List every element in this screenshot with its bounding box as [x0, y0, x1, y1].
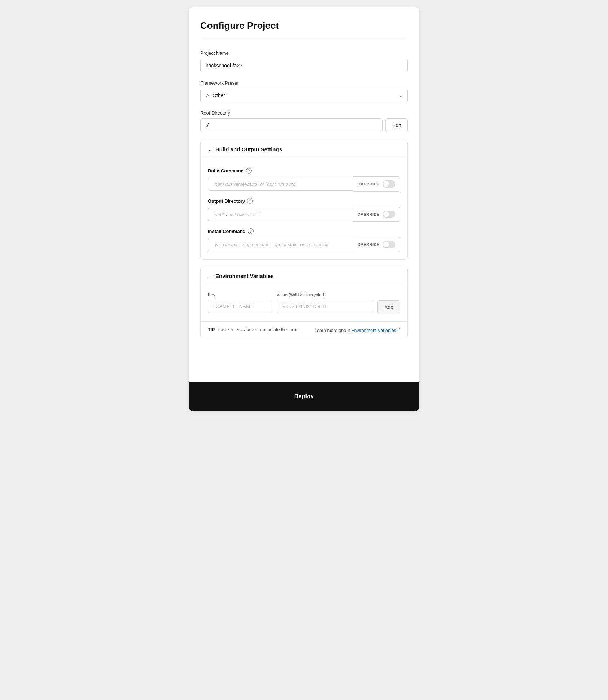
- install-command-toggle[interactable]: [383, 241, 395, 248]
- add-env-button[interactable]: Add: [377, 300, 400, 314]
- page-title: Configure Project: [200, 20, 408, 31]
- env-input-row: Key Value (Will Be Encrypted) Add: [208, 292, 400, 314]
- install-command-override-section: OVERRIDE: [353, 237, 400, 252]
- collapse-chevron-icon: ⌄: [208, 147, 212, 152]
- deploy-bar: Deploy: [189, 382, 419, 411]
- learn-more-text: Learn more about Environment Variables↗: [314, 327, 400, 333]
- root-directory-row: Edit: [200, 118, 408, 132]
- deploy-button[interactable]: Deploy: [200, 388, 408, 405]
- build-command-row: Build Command ? OVERRIDE: [208, 168, 400, 192]
- build-command-input[interactable]: [208, 178, 353, 191]
- tip-description: Paste a .env above to populate the form: [218, 327, 298, 332]
- chevron-down-icon: ⌄: [399, 93, 403, 98]
- output-directory-help-icon[interactable]: ?: [247, 198, 253, 204]
- install-command-label-row: Install Command ?: [208, 228, 400, 234]
- root-directory-input[interactable]: [200, 118, 383, 132]
- output-directory-toggle-knob: [383, 211, 389, 217]
- build-command-override-row: OVERRIDE: [208, 176, 400, 192]
- project-name-field: Project Name: [200, 50, 408, 72]
- edit-root-directory-button[interactable]: Edit: [385, 118, 408, 132]
- install-command-override-row: OVERRIDE: [208, 237, 400, 252]
- install-command-label: Install Command: [208, 229, 246, 234]
- learn-more-prefix: Learn more about: [314, 328, 351, 333]
- framework-preset-field: Framework Preset △ Other ⌄: [200, 80, 408, 102]
- build-command-label: Build Command: [208, 168, 244, 174]
- install-command-help-icon[interactable]: ?: [248, 228, 254, 234]
- env-value-input[interactable]: [277, 300, 373, 313]
- output-directory-row: Output Directory ? OVERRIDE: [208, 198, 400, 222]
- root-directory-field: Root Directory Edit: [200, 110, 408, 132]
- install-command-toggle-knob: [383, 242, 389, 247]
- build-command-override-label: OVERRIDE: [357, 182, 380, 186]
- output-directory-override-row: OVERRIDE: [208, 207, 400, 222]
- project-name-label: Project Name: [200, 50, 408, 56]
- env-collapse-chevron-icon: ⌄: [208, 273, 212, 279]
- divider: [200, 40, 408, 40]
- env-key-input[interactable]: [208, 300, 272, 313]
- tip-bar: TIP: Paste a .env above to populate the …: [201, 321, 407, 338]
- output-directory-label: Output Directory: [208, 198, 245, 204]
- environment-variables-header[interactable]: ⌄ Environment Variables: [201, 267, 407, 285]
- env-value-label: Value (Will Be Encrypted): [277, 292, 373, 297]
- output-directory-override-label: OVERRIDE: [357, 212, 380, 216]
- build-command-toggle[interactable]: [383, 180, 395, 188]
- build-command-help-icon[interactable]: ?: [246, 168, 252, 174]
- install-command-row: Install Command ? OVERRIDE: [208, 228, 400, 252]
- environment-variables-title: Environment Variables: [215, 273, 274, 279]
- output-directory-label-row: Output Directory ?: [208, 198, 400, 204]
- triangle-icon: △: [206, 93, 210, 98]
- build-command-toggle-knob: [383, 181, 389, 187]
- env-key-column: Key: [208, 292, 272, 313]
- build-output-settings-title: Build and Output Settings: [215, 146, 282, 152]
- install-command-input[interactable]: [208, 238, 353, 251]
- environment-variables-body: Key Value (Will Be Encrypted) Add: [201, 285, 407, 321]
- configure-project-panel: Configure Project Project Name Framework…: [189, 7, 419, 411]
- framework-select[interactable]: △ Other ⌄: [200, 89, 408, 102]
- output-directory-toggle[interactable]: [383, 211, 395, 218]
- output-directory-input[interactable]: [208, 208, 353, 221]
- root-directory-label: Root Directory: [200, 110, 408, 116]
- build-output-settings-header[interactable]: ⌄ Build and Output Settings: [201, 140, 407, 158]
- build-command-label-row: Build Command ?: [208, 168, 400, 174]
- environment-variables-link[interactable]: Environment Variables: [351, 328, 396, 333]
- framework-left: △ Other: [206, 93, 225, 98]
- environment-variables-section: ⌄ Environment Variables Key Value (Will …: [200, 267, 408, 338]
- framework-select-wrapper: △ Other ⌄: [200, 89, 408, 102]
- external-link-icon: ↗: [397, 327, 400, 331]
- project-name-input[interactable]: [200, 59, 408, 72]
- framework-value: Other: [213, 93, 225, 98]
- install-command-override-label: OVERRIDE: [357, 242, 380, 247]
- tip-text: TIP: Paste a .env above to populate the …: [208, 327, 298, 332]
- env-value-column: Value (Will Be Encrypted): [277, 292, 373, 313]
- output-directory-override-section: OVERRIDE: [353, 207, 400, 222]
- build-command-override-section: OVERRIDE: [353, 176, 400, 192]
- build-output-settings-section: ⌄ Build and Output Settings Build Comman…: [200, 140, 408, 260]
- env-key-label: Key: [208, 292, 272, 297]
- framework-preset-label: Framework Preset: [200, 80, 408, 86]
- tip-bold: TIP:: [208, 327, 216, 332]
- build-output-settings-body: Build Command ? OVERRIDE: [201, 158, 407, 259]
